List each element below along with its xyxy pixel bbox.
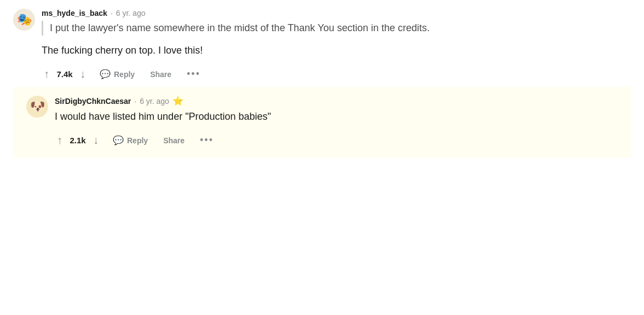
comment-1-timestamp: 6 yr. ago bbox=[116, 9, 146, 18]
comment-1-username: ms_hyde_is_back bbox=[42, 9, 107, 18]
comment-2-share-button[interactable]: Share bbox=[160, 134, 188, 147]
downvote-icon bbox=[80, 68, 85, 80]
comment-1-share-button[interactable]: Share bbox=[147, 68, 175, 81]
comment-2-votes: 2.1k bbox=[55, 132, 101, 149]
comments-container: 🎭 ms_hyde_is_back · 6 yr. ago I put the … bbox=[0, 0, 644, 166]
upvote-icon-2 bbox=[57, 134, 62, 147]
comment-2-share-label: Share bbox=[163, 136, 185, 145]
more-icon-2: ••• bbox=[200, 135, 214, 145]
downvote-icon-2 bbox=[93, 134, 99, 147]
comment-1-separator: · bbox=[111, 9, 113, 18]
reply-icon bbox=[100, 68, 111, 80]
comment-2-actions: 2.1k Reply Share • bbox=[55, 132, 618, 149]
comment-2-reply-button[interactable]: Reply bbox=[110, 132, 151, 148]
comment-2-reply-label: Reply bbox=[127, 136, 148, 145]
comment-1-actions: 7.4k Reply Share ••• bbox=[42, 66, 631, 83]
comment-2-upvote[interactable] bbox=[55, 132, 65, 149]
comment-1-body: ms_hyde_is_back · 6 yr. ago I put the la… bbox=[42, 9, 631, 83]
comment-1-text: The fucking cherry on top. I love this! bbox=[42, 43, 631, 58]
comment-2-timestamp: 6 yr. ago bbox=[140, 97, 169, 106]
comment-2-flair: ⭐ bbox=[173, 96, 183, 106]
avatar-digby: 🐶 bbox=[26, 96, 48, 118]
more-icon: ••• bbox=[187, 68, 200, 79]
comment-1-content: I put the lawyer's name somewhere in the… bbox=[42, 21, 631, 83]
comment-1-votes: 7.4k bbox=[42, 66, 88, 83]
comment-2-inner: 🐶 SirDigbyChknCaesar · 6 yr. ago ⭐ I wou… bbox=[13, 96, 631, 149]
comment-1-vote-count: 7.4k bbox=[55, 69, 74, 79]
upvote-icon bbox=[44, 68, 49, 80]
comment-2-separator: · bbox=[134, 97, 136, 106]
comment-2-wrapper: 🐶 SirDigbyChknCaesar · 6 yr. ago ⭐ I wou… bbox=[13, 87, 631, 158]
comment-1-more-button[interactable]: ••• bbox=[183, 66, 204, 82]
comment-1-reply-label: Reply bbox=[114, 70, 135, 79]
comment-1-share-label: Share bbox=[150, 70, 171, 79]
comment-2-body: SirDigbyChknCaesar · 6 yr. ago ⭐ I would… bbox=[55, 96, 618, 149]
comment-2-username: SirDigbyChknCaesar bbox=[55, 97, 131, 106]
comment-2-content: I would have listed him under "Productio… bbox=[55, 109, 618, 149]
avatar-ms-hyde: 🎭 bbox=[13, 9, 35, 31]
comment-2-text: I would have listed him under "Productio… bbox=[55, 109, 618, 124]
comment-2-meta: SirDigbyChknCaesar · 6 yr. ago ⭐ bbox=[55, 96, 618, 106]
comment-1-quote: I put the lawyer's name somewhere in the… bbox=[42, 21, 631, 36]
comment-1-upvote[interactable] bbox=[42, 66, 51, 83]
reply-icon-2 bbox=[113, 135, 124, 146]
comment-1-meta: ms_hyde_is_back · 6 yr. ago bbox=[42, 9, 631, 18]
comment-2-more-button[interactable]: ••• bbox=[197, 132, 217, 148]
comment-2-vote-count: 2.1k bbox=[68, 136, 88, 145]
comment-1: 🎭 ms_hyde_is_back · 6 yr. ago I put the … bbox=[13, 9, 631, 83]
comment-2-downvote[interactable] bbox=[91, 132, 101, 149]
comment-1-reply-button[interactable]: Reply bbox=[96, 66, 138, 82]
comment-1-downvote[interactable] bbox=[78, 66, 88, 83]
